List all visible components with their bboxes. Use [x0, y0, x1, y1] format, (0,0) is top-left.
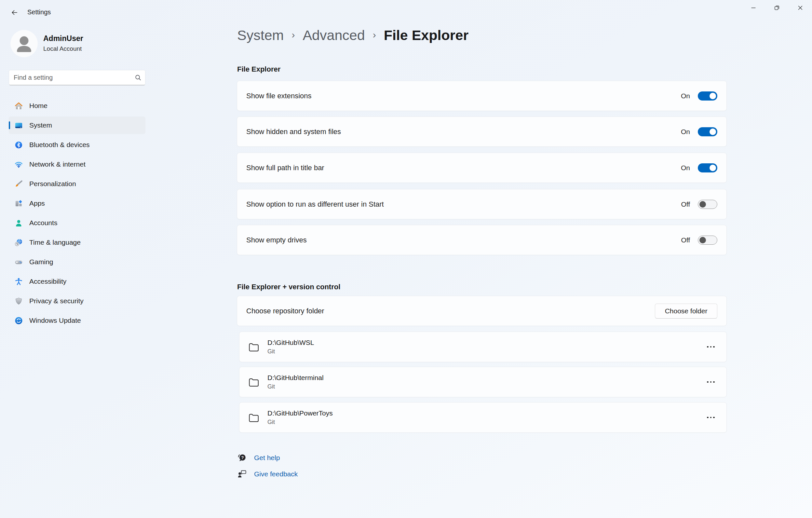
setting-label: Show file extensions [246, 92, 681, 100]
toggle-switch[interactable] [698, 163, 717, 172]
sidebar-item-label: Privacy & security [29, 297, 84, 305]
toggle-switch[interactable] [698, 200, 717, 209]
toggle-knob [699, 237, 706, 243]
toggle-switch[interactable] [698, 91, 717, 100]
close-button[interactable] [789, 0, 812, 15]
folder-icon [248, 342, 260, 352]
search-input[interactable] [9, 70, 145, 85]
breadcrumb-separator-icon: › [291, 29, 295, 40]
privacy-icon [14, 297, 23, 306]
search-icon[interactable] [135, 74, 142, 81]
sidebar-item-home[interactable]: Home [9, 97, 145, 115]
folder-path: D:\GitHub\PowerToys [267, 409, 333, 417]
sidebar-item-accounts[interactable]: Accounts [9, 214, 145, 232]
sidebar-item-label: Home [29, 102, 48, 110]
repository-row-wsl: D:\GitHub\WSL Git [239, 332, 727, 362]
user-profile[interactable]: AdminUser Local Account [10, 30, 141, 58]
toggle-group: On [681, 163, 717, 172]
give-feedback-link[interactable]: Give feedback [254, 470, 298, 478]
bluetooth-icon [14, 141, 23, 149]
accounts-icon [14, 219, 23, 227]
sidebar-item-privacy-security[interactable]: Privacy & security [9, 292, 145, 310]
ellipsis-icon [713, 381, 715, 383]
toggle-knob [699, 201, 706, 208]
folder-path: D:\GitHub\terminal [267, 374, 324, 382]
settings-window: { "window": { "title": "Settings", "cont… [0, 0, 812, 518]
ellipsis-icon [713, 346, 715, 348]
ellipsis-icon [710, 381, 712, 383]
close-icon [797, 4, 804, 11]
setting-label: Choose repository folder [246, 307, 655, 315]
sidebar-item-label: Accounts [29, 219, 57, 227]
minimize-icon [750, 4, 757, 11]
selection-indicator [9, 121, 10, 129]
network-icon [14, 160, 23, 169]
sidebar-item-time-language[interactable]: Time & language [9, 234, 145, 251]
toggle-state-label: On [681, 92, 690, 100]
toggle-state-label: Off [681, 200, 690, 208]
more-options-button[interactable] [704, 411, 718, 424]
window-title: Settings [27, 8, 51, 16]
section-title-file-explorer: File Explorer [237, 65, 281, 74]
repository-row-powertoys: D:\GitHub\PowerToys Git [239, 402, 727, 433]
folder-icon [248, 377, 260, 387]
setting-row-show-full-path: Show full path in title bar On [237, 153, 727, 183]
get-help-link[interactable]: Get help [254, 454, 280, 462]
sidebar-nav: Home System Bluetooth & devices Network … [9, 97, 145, 331]
sidebar-item-bluetooth-devices[interactable]: Bluetooth & devices [9, 136, 145, 153]
avatar [10, 30, 38, 57]
sidebar-item-label: Gaming [29, 258, 53, 266]
setting-row-show-file-extensions: Show file extensions On [237, 81, 727, 111]
restore-button[interactable] [765, 0, 789, 15]
breadcrumb: System › Advanced › File Explorer [237, 27, 468, 43]
back-arrow-icon [11, 9, 18, 16]
toggle-switch[interactable] [698, 236, 717, 245]
choose-folder-button[interactable]: Choose folder [655, 304, 717, 319]
sidebar-item-label: Personalization [29, 180, 76, 188]
toggle-switch[interactable] [698, 127, 717, 136]
setting-label: Show empty drives [246, 236, 681, 244]
get-help-row: ? Get help [237, 451, 280, 465]
sidebar-item-accessibility[interactable]: Accessibility [9, 273, 145, 290]
breadcrumb-separator-icon: › [373, 29, 376, 40]
minimize-button[interactable] [742, 0, 765, 15]
svg-text:?: ? [241, 455, 244, 460]
setting-label: Show full path in title bar [246, 164, 681, 172]
folder-vcs-label: Git [267, 419, 333, 426]
toggle-group: Off [681, 200, 717, 209]
folder-info: D:\GitHub\PowerToys Git [267, 409, 333, 426]
give-feedback-row: Give feedback [237, 467, 298, 481]
sidebar-item-personalization[interactable]: Personalization [9, 175, 145, 193]
setting-row-choose-repository-folder: Choose repository folder Choose folder [237, 296, 727, 326]
back-button[interactable] [7, 6, 22, 19]
folder-info: D:\GitHub\WSL Git [267, 339, 314, 355]
sidebar-item-system[interactable]: System [9, 116, 145, 134]
window-controls [742, 0, 812, 15]
setting-row-show-hidden-system-files: Show hidden and system files On [237, 116, 727, 147]
setting-row-show-empty-drives: Show empty drives Off [237, 225, 727, 255]
gaming-icon [14, 258, 23, 266]
search-box [9, 70, 145, 85]
more-options-button[interactable] [704, 340, 718, 353]
folder-path: D:\GitHub\WSL [267, 339, 314, 347]
more-options-button[interactable] [704, 375, 718, 388]
ellipsis-icon [707, 346, 708, 348]
get-help-icon: ? [237, 453, 247, 463]
toggle-group: Off [681, 236, 717, 245]
sidebar-item-label: Accessibility [29, 278, 66, 285]
sidebar-item-label: Network & internet [29, 161, 86, 168]
sidebar-item-label: Apps [29, 199, 45, 207]
toggle-group: On [681, 91, 717, 100]
ellipsis-icon [713, 417, 715, 419]
breadcrumb-system[interactable]: System [237, 27, 284, 43]
sidebar-item-network-internet[interactable]: Network & internet [9, 155, 145, 173]
sidebar-item-label: Bluetooth & devices [29, 141, 90, 149]
breadcrumb-advanced[interactable]: Advanced [302, 27, 365, 43]
time-language-icon [14, 238, 23, 247]
sidebar-item-apps[interactable]: Apps [9, 195, 145, 212]
sidebar-item-gaming[interactable]: Gaming [9, 253, 145, 271]
toggle-knob [709, 93, 716, 99]
section-title-version-control: File Explorer + version control [237, 283, 340, 291]
toggle-state-label: Off [681, 236, 690, 244]
sidebar-item-windows-update[interactable]: Windows Update [9, 312, 145, 329]
